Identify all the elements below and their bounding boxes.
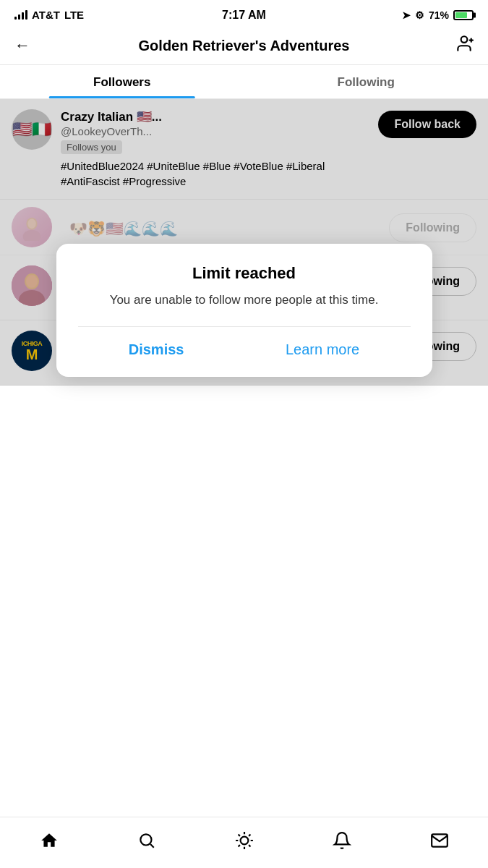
svg-line-11 — [150, 844, 154, 848]
status-bar: AT&T LTE 7:17 AM ➤ ⚙ 71% — [0, 0, 488, 27]
signal-icon — [14, 10, 27, 20]
add-user-button[interactable] — [448, 34, 474, 57]
header: ← Golden Retriever's Adventures — [0, 27, 488, 65]
status-left: AT&T LTE — [14, 9, 84, 21]
battery-percent: 71% — [429, 9, 449, 21]
status-time: 7:17 AM — [222, 9, 266, 22]
user-list: 🇺🇸🇮🇹 Crazy Italian 🇺🇸... @LookeyOverTh..… — [0, 99, 488, 386]
learn-more-button[interactable]: Learn more — [271, 339, 374, 361]
battery-icon — [453, 10, 474, 20]
page-title: Golden Retriever's Adventures — [40, 38, 448, 54]
tab-followers[interactable]: Followers — [0, 65, 244, 98]
gps-icon: ➤ — [402, 9, 411, 21]
network-label: LTE — [64, 9, 84, 21]
carrier-label: AT&T — [32, 9, 60, 21]
home-nav-icon[interactable] — [31, 826, 67, 855]
modal-body: You are unable to follow more people at … — [78, 292, 411, 309]
bottom-nav — [0, 817, 488, 868]
notifications-nav-icon[interactable] — [324, 826, 360, 855]
status-right: ➤ ⚙ 71% — [402, 9, 474, 21]
spaces-nav-icon[interactable] — [226, 826, 262, 855]
svg-point-10 — [140, 834, 151, 845]
svg-point-0 — [461, 36, 468, 43]
back-button[interactable]: ← — [14, 36, 40, 55]
search-nav-icon[interactable] — [129, 826, 165, 855]
svg-point-12 — [240, 837, 248, 845]
modal-actions: Dismiss Learn more — [78, 326, 411, 361]
dismiss-button[interactable]: Dismiss — [114, 339, 199, 361]
modal-title: Limit reached — [78, 264, 411, 283]
limit-modal: Limit reached You are unable to follow m… — [56, 244, 432, 377]
tab-following[interactable]: Following — [244, 65, 489, 98]
messages-nav-icon[interactable] — [421, 826, 458, 855]
modal-overlay: Limit reached You are unable to follow m… — [0, 99, 488, 386]
settings-icon: ⚙ — [415, 9, 424, 21]
tabs: Followers Following — [0, 65, 488, 99]
